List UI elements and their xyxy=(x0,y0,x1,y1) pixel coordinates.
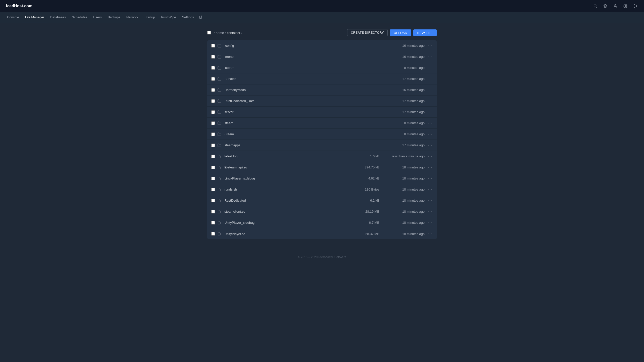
file-time: 8 minutes ago xyxy=(379,66,425,70)
file-actions-menu[interactable]: ··· xyxy=(425,198,433,203)
file-name[interactable]: runds.sh xyxy=(224,188,354,191)
file-name[interactable]: LinuxPlayer_s.debug xyxy=(224,176,354,180)
file-actions-menu[interactable]: ··· xyxy=(425,132,433,137)
file-name[interactable]: libsteam_api.so xyxy=(224,165,354,169)
file-name[interactable]: steamclient.so xyxy=(224,210,354,213)
upload-button[interactable]: UPLOAD xyxy=(390,29,411,36)
file-icon xyxy=(216,154,222,158)
file-size: 28.19 MB xyxy=(354,210,379,213)
file-actions-menu[interactable]: ··· xyxy=(425,176,433,181)
file-time: 18 minutes ago xyxy=(379,232,425,236)
file-icon xyxy=(216,176,222,180)
file-time: 17 minutes ago xyxy=(379,99,425,103)
file-actions-menu[interactable]: ··· xyxy=(425,143,433,148)
logout-icon[interactable] xyxy=(633,4,638,9)
file-actions-menu[interactable]: ··· xyxy=(425,99,433,103)
file-checkbox-3[interactable] xyxy=(211,77,216,81)
file-checkbox-1[interactable] xyxy=(211,55,216,59)
file-name[interactable]: HarmonyMods xyxy=(224,88,354,92)
file-actions-menu[interactable]: ··· xyxy=(425,232,433,236)
external-link-icon[interactable] xyxy=(197,15,205,20)
file-name[interactable]: UnityPlayer.so xyxy=(224,232,354,236)
file-actions-menu[interactable]: ··· xyxy=(425,187,433,192)
file-name[interactable]: Steam xyxy=(224,132,354,136)
file-checkbox-11[interactable] xyxy=(211,166,216,169)
layers-icon[interactable] xyxy=(603,4,608,9)
file-name[interactable]: RustDedicated xyxy=(224,199,354,202)
file-checkbox-17[interactable] xyxy=(211,232,216,236)
file-checkbox-0[interactable] xyxy=(211,44,216,48)
file-actions-menu[interactable]: ··· xyxy=(425,43,433,48)
table-row: Bundles 17 minutes ago ··· xyxy=(207,73,437,84)
file-time: 18 minutes ago xyxy=(379,221,425,224)
table-row: steamclient.so 28.19 MB 18 minutes ago ·… xyxy=(207,206,437,217)
file-checkbox-2[interactable] xyxy=(211,66,216,70)
nav-network[interactable]: Network xyxy=(123,12,141,23)
file-checkbox-10[interactable] xyxy=(211,155,216,158)
nav-settings[interactable]: Settings xyxy=(179,12,197,23)
file-actions-menu[interactable]: ··· xyxy=(425,154,433,159)
file-checkbox-15[interactable] xyxy=(211,210,216,213)
file-checkbox-4[interactable] xyxy=(211,88,216,92)
file-actions-menu[interactable]: ··· xyxy=(425,88,433,92)
breadcrumb-home[interactable]: home xyxy=(216,31,224,35)
file-checkbox-12[interactable] xyxy=(211,177,216,180)
file-actions-menu[interactable]: ··· xyxy=(425,77,433,81)
user-icon[interactable] xyxy=(613,4,618,9)
file-name[interactable]: steam xyxy=(224,121,354,125)
file-actions-menu[interactable]: ··· xyxy=(425,121,433,125)
file-time: 18 minutes ago xyxy=(379,188,425,191)
file-name[interactable]: RustDedicated_Data xyxy=(224,99,354,103)
file-name[interactable]: steamapps xyxy=(224,143,354,147)
file-checkbox-5[interactable] xyxy=(211,99,216,103)
nav-databases[interactable]: Databases xyxy=(47,12,69,23)
file-time: 16 minutes ago xyxy=(379,88,425,92)
file-actions-menu[interactable]: ··· xyxy=(425,165,433,170)
settings-icon[interactable] xyxy=(623,4,628,9)
file-actions-menu[interactable]: ··· xyxy=(425,55,433,59)
file-size: 4.62 kB xyxy=(354,176,379,180)
file-icon xyxy=(216,210,222,214)
svg-point-0 xyxy=(594,5,596,7)
folder-icon xyxy=(216,88,222,92)
create-directory-button[interactable]: CREATE DIRECTORY xyxy=(347,29,388,36)
file-checkbox-9[interactable] xyxy=(211,144,216,147)
table-row: LinuxPlayer_s.debug 4.62 kB 18 minutes a… xyxy=(207,173,437,184)
file-time: 18 minutes ago xyxy=(379,199,425,202)
file-actions-menu[interactable]: ··· xyxy=(425,220,433,225)
folder-icon xyxy=(216,110,222,114)
file-name[interactable]: server xyxy=(224,110,354,114)
select-all-checkbox[interactable] xyxy=(207,31,211,34)
file-name[interactable]: Bundles xyxy=(224,77,354,81)
file-checkbox-6[interactable] xyxy=(211,110,216,114)
new-file-button[interactable]: NEW FILE xyxy=(413,29,437,36)
breadcrumb-root: / xyxy=(214,31,215,35)
search-icon[interactable] xyxy=(593,4,598,9)
nav-rust-wipe[interactable]: Rust Wipe xyxy=(158,12,179,23)
file-actions-menu[interactable]: ··· xyxy=(425,110,433,114)
nav-bar: Console File Manager Databases Schedules… xyxy=(0,12,644,23)
file-checkbox-7[interactable] xyxy=(211,121,216,125)
file-actions-menu[interactable]: ··· xyxy=(425,66,433,70)
nav-users[interactable]: Users xyxy=(90,12,105,23)
file-checkbox-8[interactable] xyxy=(211,132,216,136)
file-checkbox-14[interactable] xyxy=(211,199,216,202)
breadcrumb-container[interactable]: container xyxy=(227,31,240,35)
file-name[interactable]: .mono xyxy=(224,55,354,59)
file-checkbox-13[interactable] xyxy=(211,188,216,191)
table-row: latest.log 1.6 kB less than a minute ago… xyxy=(207,151,437,162)
file-time: 16 minutes ago xyxy=(379,55,425,59)
file-actions-menu[interactable]: ··· xyxy=(425,209,433,214)
file-name[interactable]: .steam xyxy=(224,66,354,70)
nav-console[interactable]: Console xyxy=(4,12,22,23)
file-name[interactable]: .config xyxy=(224,44,354,48)
file-icon xyxy=(216,165,222,169)
nav-startup[interactable]: Startup xyxy=(141,12,158,23)
file-name[interactable]: latest.log xyxy=(224,154,354,158)
nav-schedules[interactable]: Schedules xyxy=(69,12,90,23)
file-checkbox-16[interactable] xyxy=(211,221,216,224)
footer-text: © 2015 – 2020 Pterodactyl Software xyxy=(298,255,346,259)
file-name[interactable]: UnityPlayer_s.debug xyxy=(224,221,354,224)
nav-file-manager[interactable]: File Manager xyxy=(22,12,47,23)
nav-backups[interactable]: Backups xyxy=(105,12,123,23)
